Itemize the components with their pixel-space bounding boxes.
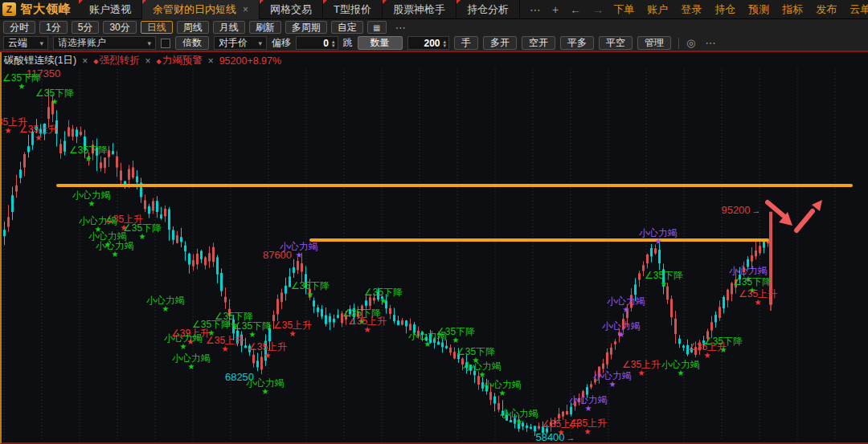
target-icon[interactable]: ◎: [686, 37, 695, 49]
chevron-down-icon: ▾: [258, 39, 262, 47]
chevron-down-icon: ▾: [147, 39, 151, 47]
candlestick-chart[interactable]: [2, 52, 868, 441]
order-buttons: 多开空开平多平空管理: [483, 36, 671, 50]
layout-icon-button[interactable]: ▦: [367, 21, 387, 34]
period-buttons: 分时1分5分30分日线周线月线刷新多周期自定: [3, 21, 363, 34]
indicator-label: ◆强烈转折: [93, 54, 139, 67]
tab-股票神枪手[interactable]: 股票神枪手: [383, 0, 457, 19]
link-发布[interactable]: 发布: [816, 2, 837, 17]
app-window: Z 智大领峰 账户透视余管财的日内短线×网格交易T型报价股票神枪手持仓分析 ⋯ …: [0, 0, 868, 444]
tab-overflow-icon[interactable]: ⋯: [530, 3, 541, 16]
lots-unit-button[interactable]: 手: [454, 36, 478, 50]
chart-area[interactable]: 11735095200→876006825058400→∠35下降★∠35下降★…: [0, 52, 868, 444]
tab-label: 账户透视: [89, 2, 131, 17]
tab-tools: ⋯ + ← →: [520, 3, 613, 16]
period-more-icon[interactable]: ⋯: [391, 22, 411, 34]
tab-close-icon[interactable]: ×: [243, 4, 248, 15]
tab-持仓分析[interactable]: 持仓分析: [457, 0, 520, 19]
tab-label: 持仓分析: [467, 2, 509, 17]
chevron-down-icon: ▾: [39, 39, 43, 47]
tab-alert-triangle-icon: [142, 0, 146, 4]
title-tab-bar: Z 智大领峰 账户透视余管财的日内短线×网格交易T型报价股票神枪手持仓分析 ⋯ …: [0, 0, 868, 19]
toolbar-divider: [678, 38, 679, 49]
offset-unit-label: 跳: [343, 36, 353, 50]
order-button-管理[interactable]: 管理: [637, 36, 671, 50]
tab-alert-triangle-icon: [383, 0, 387, 4]
chart-legend: 碳酸锂连续(1日) × ◆强烈转折 × ◆力竭预警 × 95200+8.97%: [4, 54, 281, 67]
order-button-平空[interactable]: 平空: [599, 36, 633, 50]
close-icon[interactable]: ×: [145, 55, 150, 67]
quantity-value: 200: [413, 38, 440, 49]
price-mode-value: 对手价: [219, 36, 248, 50]
document-tabs: 账户透视余管财的日内短线×网格交易T型报价股票神枪手持仓分析: [79, 0, 520, 19]
app-title: 智大领峰: [20, 2, 72, 17]
offset-stepper[interactable]: 0 ▴▾: [296, 36, 338, 50]
indicator-bullet-icon: ◆: [156, 58, 161, 65]
period-button-30分[interactable]: 30分: [103, 21, 136, 34]
link-下单[interactable]: 下单: [613, 2, 634, 17]
stepper-arrows-icon[interactable]: ▴▾: [444, 39, 447, 47]
stepper-arrows-icon[interactable]: ▴▾: [332, 39, 335, 47]
indicator-label: ◆力竭预警: [156, 54, 202, 67]
add-tab-icon[interactable]: +: [552, 3, 559, 16]
period-button-自定[interactable]: 自定: [331, 21, 363, 34]
period-button-分时[interactable]: 分时: [3, 21, 35, 34]
period-button-5分[interactable]: 5分: [72, 21, 100, 34]
trade-more-icon[interactable]: ⋯: [700, 37, 721, 49]
indicator-bullet-icon: ◆: [93, 58, 98, 65]
quick-links: 下单账户登录持仓预测指标发布云单网格选股: [613, 2, 868, 17]
account-checkbox[interactable]: [161, 39, 170, 48]
trade-toolbar: 云端 ▾ 请选择账户 ▾ 倍数 对手价 ▾ 偏移 0 ▴▾ 跳 数量 200 ▴…: [0, 35, 868, 52]
offset-value: 0: [301, 38, 329, 49]
period-button-1分[interactable]: 1分: [39, 21, 68, 34]
period-button-多周期[interactable]: 多周期: [285, 21, 327, 34]
tab-T型报价[interactable]: T型报价: [323, 0, 383, 19]
offset-label: 偏移: [272, 36, 291, 50]
link-预测[interactable]: 预测: [748, 2, 769, 17]
quantity-stepper[interactable]: 200 ▴▾: [407, 36, 450, 50]
link-指标[interactable]: 指标: [782, 2, 803, 17]
period-button-周线[interactable]: 周线: [177, 21, 209, 34]
price-mode-select[interactable]: 对手价 ▾: [214, 36, 267, 50]
symbol-label: 碳酸锂连续(1日): [4, 54, 76, 67]
server-select[interactable]: 云端 ▾: [3, 36, 48, 50]
period-button-日线[interactable]: 日线: [141, 21, 173, 34]
order-button-空开[interactable]: 空开: [522, 36, 555, 50]
layout-icon: ▦: [373, 23, 380, 32]
app-logo: Z 智大领峰: [0, 2, 79, 17]
tab-余管财的日内短线[interactable]: 余管财的日内短线×: [142, 0, 260, 19]
tab-label: 股票神枪手: [393, 2, 445, 17]
period-toolbar: 分时1分5分30分日线周线月线刷新多周期自定 ▦ ⋯: [0, 19, 868, 35]
last-quote-label: 95200+8.97%: [219, 55, 282, 67]
quantity-button[interactable]: 数量: [358, 36, 403, 50]
link-账户[interactable]: 账户: [647, 2, 668, 17]
tab-label: 网格交易: [270, 2, 312, 17]
tab-alert-triangle-icon: [79, 0, 83, 4]
close-icon[interactable]: ×: [208, 55, 214, 67]
link-云单[interactable]: 云单: [850, 2, 868, 17]
tab-alert-triangle-icon: [323, 0, 327, 4]
tab-label: 余管财的日内短线: [153, 2, 236, 17]
tab-label: T型报价: [334, 2, 371, 17]
tab-账户透视[interactable]: 账户透视: [79, 0, 142, 19]
server-select-value: 云端: [8, 36, 27, 50]
link-登录[interactable]: 登录: [681, 2, 702, 17]
order-button-多开[interactable]: 多开: [483, 36, 517, 50]
close-icon[interactable]: ×: [82, 55, 88, 67]
tab-网格交易[interactable]: 网格交易: [260, 0, 323, 19]
app-logo-icon: Z: [2, 2, 16, 16]
tab-alert-triangle-icon: [260, 0, 264, 4]
account-select-placeholder: 请选择账户: [58, 36, 106, 50]
order-button-平多[interactable]: 平多: [560, 36, 594, 50]
link-持仓[interactable]: 持仓: [714, 2, 735, 17]
period-button-刷新[interactable]: 刷新: [249, 21, 281, 34]
forward-icon[interactable]: →: [592, 3, 604, 16]
tab-alert-triangle-icon: [457, 0, 461, 4]
multiplier-button[interactable]: 倍数: [175, 36, 209, 50]
period-button-月线[interactable]: 月线: [213, 21, 245, 34]
back-icon[interactable]: ←: [570, 3, 581, 16]
account-select[interactable]: 请选择账户 ▾: [53, 36, 156, 50]
